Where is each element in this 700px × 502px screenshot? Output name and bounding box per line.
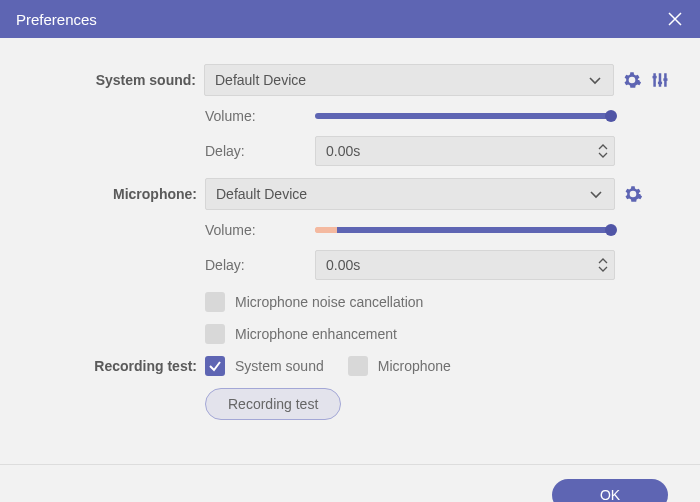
stepper-down-icon[interactable] [598,151,608,159]
microphone-volume-label: Volume: [205,222,315,238]
system-sound-label: System sound: [30,72,204,88]
noise-cancellation-label: Microphone noise cancellation [235,294,423,310]
recording-test-label: Recording test: [30,358,205,374]
system-delay-stepper[interactable]: 0.00s [315,136,615,166]
stepper-down-icon[interactable] [598,265,608,273]
recording-microphone-label: Microphone [378,358,451,374]
slider-thumb[interactable] [605,110,617,122]
titlebar: Preferences [0,0,700,38]
close-icon[interactable] [666,10,684,28]
noise-cancellation-checkbox[interactable] [205,292,225,312]
recording-system-sound-label: System sound [235,358,324,374]
microphone-delay-value: 0.00s [326,257,360,273]
microphone-settings-icon[interactable] [623,184,643,204]
system-delay-value: 0.00s [326,143,360,159]
system-volume-slider[interactable] [315,113,615,119]
microphone-volume-slider[interactable] [315,227,615,233]
sound-mixer-icon[interactable] [650,70,670,90]
chevron-down-icon [588,186,604,202]
microphone-delay-label: Delay: [205,257,315,273]
system-volume-label: Volume: [205,108,315,124]
window-title: Preferences [16,11,97,28]
svg-rect-0 [653,76,657,79]
recording-system-sound-checkbox[interactable] [205,356,225,376]
microphone-label: Microphone: [30,186,205,202]
system-sound-select[interactable]: Default Device [204,64,614,96]
content: System sound: Default Device Volume: Del… [0,38,700,442]
enhancement-checkbox[interactable] [205,324,225,344]
system-delay-label: Delay: [205,143,315,159]
ok-button[interactable]: OK [552,479,668,502]
footer: OK [0,465,700,502]
microphone-value: Default Device [216,186,307,202]
stepper-up-icon[interactable] [598,143,608,151]
chevron-down-icon [587,72,603,88]
microphone-delay-stepper[interactable]: 0.00s [315,250,615,280]
system-sound-value: Default Device [215,72,306,88]
slider-thumb[interactable] [605,224,617,236]
microphone-select[interactable]: Default Device [205,178,615,210]
enhancement-label: Microphone enhancement [235,326,397,342]
stepper-up-icon[interactable] [598,257,608,265]
recording-microphone-checkbox[interactable] [348,356,368,376]
recording-test-button[interactable]: Recording test [205,388,341,420]
svg-rect-1 [658,82,662,85]
system-sound-settings-icon[interactable] [622,70,642,90]
svg-rect-2 [663,78,667,81]
